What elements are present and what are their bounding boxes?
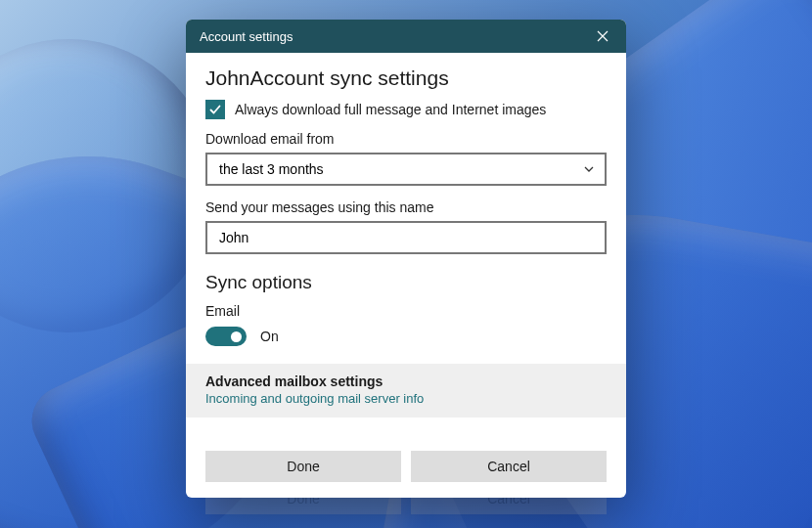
close-icon [597,30,609,42]
titlebar: Account settings [186,20,626,53]
advanced-mailbox-settings[interactable]: Advanced mailbox settings Incoming and o… [186,364,626,418]
sync-email-label: Email [205,303,607,319]
download-from-label: Download email from [205,131,607,147]
sender-name-input[interactable] [205,221,607,254]
titlebar-title: Account settings [200,29,293,44]
sender-name-label: Send your messages using this name [205,199,607,215]
page-title: JohnAccount sync settings [205,66,607,90]
dialog-buttons: Done Cancel [186,418,626,498]
always-download-label: Always download full message and Interne… [235,102,546,117]
checkmark-icon [208,103,222,116]
account-settings-dialog: Account settings JohnAccount sync settin… [186,20,626,498]
download-from-value: the last 3 months [219,161,324,177]
sync-options-heading: Sync options [205,272,607,293]
toggle-knob [231,331,242,342]
advanced-subtitle: Incoming and outgoing mail server info [205,391,607,406]
always-download-checkbox[interactable] [205,100,225,119]
done-button[interactable]: Done [205,451,401,482]
sync-email-state: On [260,329,279,344]
cancel-button[interactable]: Cancel [411,451,607,482]
chevron-down-icon [583,163,595,175]
advanced-title: Advanced mailbox settings [205,374,607,389]
sync-email-toggle[interactable] [205,327,247,346]
download-from-select[interactable]: the last 3 months [205,153,607,186]
close-button[interactable] [591,24,614,48]
